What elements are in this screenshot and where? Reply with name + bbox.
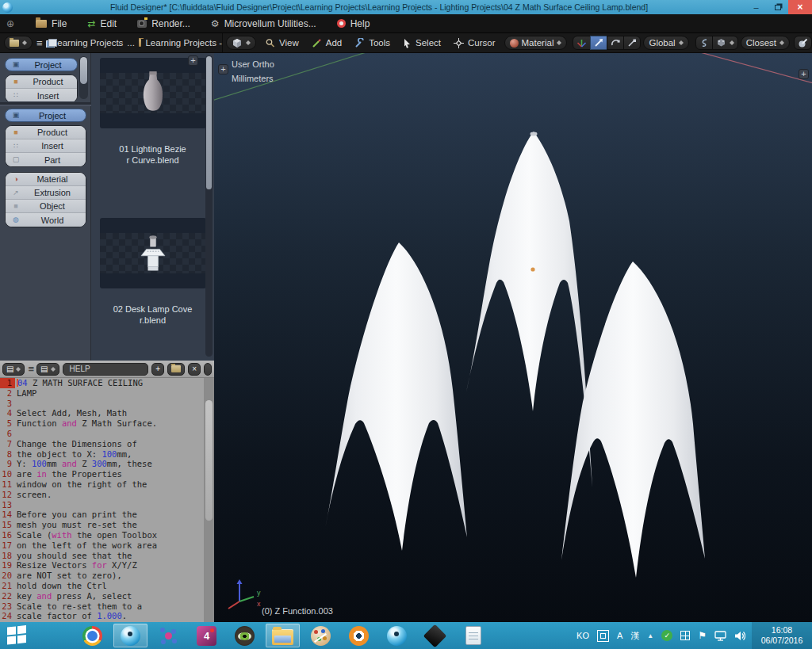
- proportional-editing-button[interactable]: [695, 36, 713, 50]
- editor-line[interactable]: 20are NOT set to zero),: [0, 571, 204, 581]
- editor-scrollbar[interactable]: [204, 378, 214, 622]
- viewport-menu-select[interactable]: Select: [396, 33, 447, 52]
- lamp-mesh-left[interactable]: [325, 242, 467, 551]
- antivirus-tray-icon[interactable]: ✓: [661, 630, 672, 641]
- mode-dropdown[interactable]: [226, 36, 256, 50]
- editor-scrollbar-thumb[interactable]: [205, 400, 213, 521]
- editor-line[interactable]: 22key and press A, select: [0, 591, 204, 601]
- close-button[interactable]: ×: [788, 0, 812, 14]
- opengl-render-button[interactable]: [794, 36, 812, 50]
- library-scrollbar-thumb[interactable]: [206, 56, 212, 189]
- ime-icon[interactable]: [597, 630, 609, 642]
- snap-element-dropdown[interactable]: [712, 36, 738, 50]
- editor-type-dropdown[interactable]: ▤: [2, 363, 25, 376]
- restore-button[interactable]: [767, 0, 788, 14]
- properties-expand-handle[interactable]: +: [799, 69, 809, 79]
- shading-dropdown[interactable]: Material: [504, 36, 568, 50]
- panel-expand-handle[interactable]: +: [188, 55, 198, 66]
- editor-line[interactable]: 13: [0, 500, 204, 510]
- editor-line[interactable]: 17on the left of the work area: [0, 540, 204, 551]
- sidebar-tab-product[interactable]: ■Product: [6, 126, 86, 139]
- editor-line[interactable]: 4Select Add, Mesh, Math: [0, 408, 204, 418]
- editor-line[interactable]: 2LAMP: [0, 388, 204, 399]
- sidebar-tab-extrusion[interactable]: ↗Extrusion: [6, 186, 86, 200]
- rotate-manipulator-button[interactable]: [607, 36, 624, 50]
- sidebar-tab-object[interactable]: ■Object: [6, 200, 86, 213]
- scale-manipulator-button[interactable]: [623, 36, 641, 50]
- taskbar-clock[interactable]: 16:08 06/07/2016: [752, 622, 812, 649]
- viewport-menu-add[interactable]: Add: [305, 33, 348, 52]
- library-scrollbar[interactable]: [205, 55, 213, 357]
- taskbar-app-image-viewer-app[interactable]: [228, 624, 262, 647]
- speaker-tray-icon[interactable]: [734, 631, 745, 641]
- snap-target-dropdown[interactable]: Closest: [741, 36, 790, 50]
- unlink-text-button[interactable]: ×: [188, 363, 201, 376]
- breadcrumb-item-2[interactable]: Learning Projects -: [145, 38, 222, 48]
- menu-file[interactable]: File: [25, 14, 77, 32]
- sidebar-tab-material[interactable]: ◑Material: [6, 173, 86, 186]
- panel-divider[interactable]: [0, 102, 91, 105]
- sidebar-tab-product[interactable]: ■Product: [6, 75, 77, 89]
- menu-microvellum-utilities[interactable]: ⚙Microvellum Utilities...: [201, 14, 327, 32]
- taskbar-app-fluid-designer[interactable]: [113, 624, 147, 647]
- new-text-button[interactable]: +: [151, 363, 164, 376]
- text-datablock-dropdown[interactable]: ▤: [36, 363, 59, 376]
- editor-line[interactable]: 5Function and Z Math Surface.: [0, 418, 204, 429]
- sidebar-tab-world[interactable]: ◍World: [6, 213, 86, 227]
- taskbar-app-paint-app[interactable]: [304, 624, 338, 647]
- sidebar-tab-project[interactable]: ▣Project: [5, 58, 78, 71]
- taskbar-app-blender[interactable]: [342, 624, 376, 647]
- editor-line[interactable]: 18you should see that the: [0, 551, 204, 561]
- sidebar-scrollbar-thumb[interactable]: [80, 57, 87, 84]
- editor-line[interactable]: 12screen.: [0, 490, 204, 500]
- circle-plus-icon[interactable]: ⊕: [6, 18, 14, 29]
- ime-hanja[interactable]: 漢: [630, 630, 639, 642]
- editor-line[interactable]: 7Change the Dimensions of: [0, 439, 204, 449]
- editor-line[interactable]: 11window on the right of the: [0, 479, 204, 490]
- library-item-bezier-lamp[interactable]: [100, 58, 206, 128]
- editor-line[interactable]: 21hold down the Ctrl: [0, 581, 204, 591]
- sidebar-tab-insert[interactable]: ∷Insert: [6, 139, 86, 153]
- lamp-mesh-center[interactable]: [466, 132, 592, 487]
- editor-line[interactable]: 23Scale to re-set them to a: [0, 601, 204, 612]
- menu-edit[interactable]: ⇄Edit: [77, 14, 127, 32]
- taskbar-app-molecule-app[interactable]: [151, 624, 186, 647]
- viewport-menu-tools[interactable]: Tools: [348, 33, 396, 52]
- library-item-desk-lamp[interactable]: [100, 218, 206, 288]
- manipulator-axis-icon[interactable]: [573, 36, 591, 50]
- translate-manipulator-button[interactable]: [590, 36, 607, 50]
- tray-overflow-chevron-icon[interactable]: ▲: [647, 632, 653, 639]
- editor-line[interactable]: 19Resize Vectors for X/Y/Z: [0, 560, 204, 571]
- lamp-mesh-right[interactable]: [561, 262, 705, 578]
- taskbar-app-inkscape[interactable]: [418, 624, 452, 647]
- editor-type-dropdown[interactable]: [4, 36, 33, 50]
- text-name-field[interactable]: HELP: [63, 363, 149, 376]
- tray-language-indicator[interactable]: KO: [576, 631, 589, 640]
- windows-tray-icon[interactable]: [680, 631, 690, 640]
- taskbar-app-file-explorer[interactable]: [266, 624, 300, 647]
- sidebar-scrollbar[interactable]: [79, 56, 88, 99]
- taskbar-app-fluid-designer-2[interactable]: [380, 624, 414, 647]
- orientation-dropdown[interactable]: Global: [643, 36, 688, 50]
- taskbar-app-chrome[interactable]: [75, 624, 109, 647]
- breadcrumb-item-1[interactable]: Learning Projects: [52, 38, 124, 48]
- editor-line[interactable]: 10are in the Properties: [0, 469, 204, 479]
- sidebar-tab-insert[interactable]: ∷Insert: [6, 89, 77, 101]
- editor-line[interactable]: 8the object to X: 100mm,: [0, 449, 204, 460]
- viewport-menu-cursor[interactable]: Cursor: [447, 33, 502, 52]
- action-center-flag-icon[interactable]: ⚑: [698, 631, 707, 640]
- editor-lines[interactable]: 104 Z MATH SURFACE CEILING2LAMP34Select …: [0, 378, 204, 622]
- network-tray-icon[interactable]: [714, 631, 726, 641]
- menu-help[interactable]: Help: [327, 14, 381, 32]
- editor-menu-icon[interactable]: ≡: [28, 363, 33, 375]
- editor-line[interactable]: 15mesh you must re-set the: [0, 520, 204, 530]
- editor-line[interactable]: 14Before you can print the: [0, 510, 204, 520]
- menu-render[interactable]: Render...: [127, 14, 201, 32]
- taskbar-app-media-app[interactable]: 4: [190, 624, 224, 647]
- editor-line[interactable]: 24scale factor of 1.000.: [0, 611, 204, 621]
- editor-line[interactable]: 6: [0, 429, 204, 439]
- editor-line[interactable]: 3: [0, 399, 204, 409]
- header-menu-icon[interactable]: ≡: [36, 37, 42, 49]
- viewport-menu-view[interactable]: View: [259, 33, 305, 52]
- taskbar-app-notepad[interactable]: [456, 624, 490, 647]
